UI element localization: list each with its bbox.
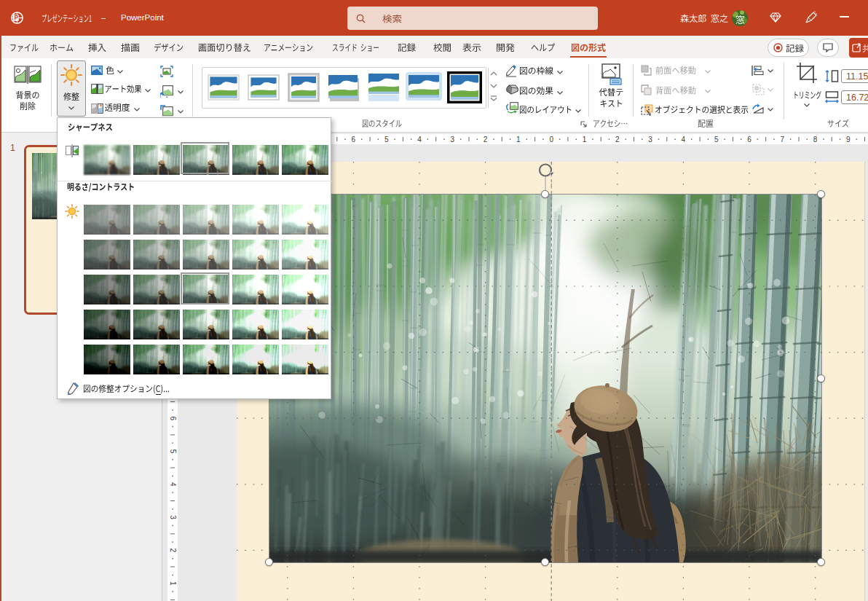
svg-text:4: 4: [417, 135, 422, 144]
svg-text:5: 5: [384, 135, 389, 144]
svg-text:3: 3: [451, 135, 455, 144]
svg-text:0: 0: [549, 135, 553, 144]
svg-text:3: 3: [169, 515, 177, 519]
svg-text:6: 6: [352, 135, 356, 144]
svg-text:2: 2: [169, 549, 177, 553]
svg-text:8: 8: [813, 135, 818, 144]
svg-text:9: 9: [846, 135, 851, 144]
svg-text:4: 4: [169, 482, 177, 487]
svg-text:6: 6: [169, 416, 177, 420]
svg-text:5: 5: [169, 449, 177, 454]
svg-text:1: 1: [516, 135, 521, 144]
svg-text:7: 7: [781, 135, 785, 144]
svg-text:2: 2: [484, 135, 488, 144]
svg-text:4: 4: [682, 135, 686, 144]
svg-text:1: 1: [169, 581, 177, 586]
svg-text:2: 2: [615, 135, 620, 144]
svg-text:1: 1: [583, 135, 587, 144]
svg-text:3: 3: [648, 135, 652, 144]
svg-text:P: P: [15, 14, 19, 21]
svg-text:5: 5: [714, 135, 719, 144]
svg-text:6: 6: [747, 135, 751, 144]
